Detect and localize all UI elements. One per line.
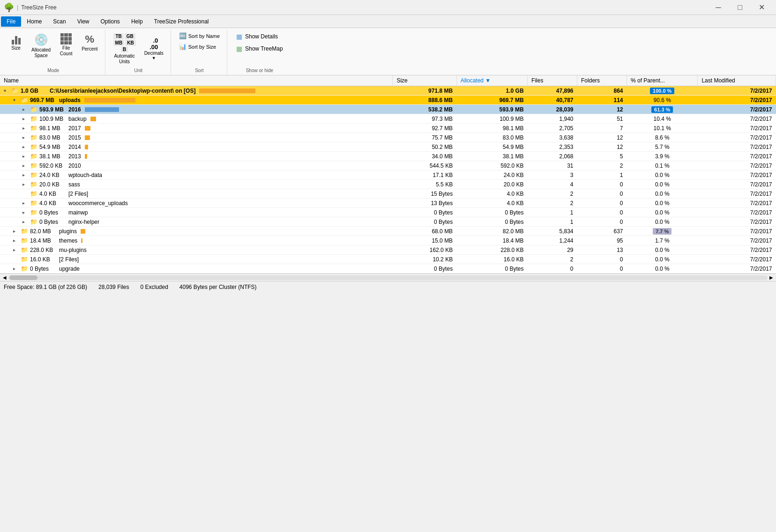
expand-button[interactable]: ▸ (22, 107, 29, 112)
expand-button[interactable]: ▸ (22, 126, 29, 131)
menu-help[interactable]: Help (126, 16, 149, 27)
cell-allocated: 228.0 KB (456, 245, 527, 255)
table-row[interactable]: ▸ 📁 24.0 KB wptouch-data 17.1 KB24.0 KB3… (0, 170, 776, 180)
table-row[interactable]: ▸ 📁 228.0 KB mu-plugins 162.0 KB228.0 KB… (0, 245, 776, 255)
table-row[interactable]: ▸ 📁 18.4 MB themes 15.0 MB18.4 MB1,24495… (0, 236, 776, 245)
col-header-allocated[interactable]: Allocated ▼ (456, 75, 527, 86)
expand-button[interactable]: ▸ (13, 266, 20, 271)
sort-by-name-button[interactable]: 🔤 Sort by Name (176, 31, 223, 41)
cell-size: 10.2 KB (393, 255, 456, 264)
col-header-name[interactable]: Name (0, 75, 393, 86)
menu-scan[interactable]: Scan (47, 16, 71, 27)
table-row[interactable]: ▸ 📁 4.0 KB woocommerce_uploads 13 Bytes4… (0, 199, 776, 208)
size-bar (199, 89, 255, 93)
expand-button[interactable]: ▾ (13, 97, 20, 103)
cell-files: 31 (528, 161, 577, 170)
table-row[interactable]: ▸ 📁 20.0 KB sass 5.5 KB20.0 KB400.0 %7/2… (0, 180, 776, 189)
size-bar (85, 135, 90, 140)
automatic-units-button[interactable]: TB GB MB KB B AutomaticUnits (110, 31, 139, 67)
table-row[interactable]: ▸ 📁 0 Bytes mainwp 0 Bytes0 Bytes100.0 %… (0, 208, 776, 217)
size-label: 20.0 KB (39, 181, 67, 188)
folder-icon: 📁 (21, 96, 28, 103)
mode-allocated-button[interactable]: 💿 AllocatedSpace (28, 31, 54, 61)
cell-percent: 100.0 % (627, 86, 698, 96)
close-button[interactable]: ✕ (751, 0, 772, 15)
expand-button[interactable]: ▸ (22, 135, 29, 140)
menu-options[interactable]: Options (95, 16, 126, 27)
table-row[interactable]: ▸ 📁 592.0 KB 2010 544.5 KB592.0 KB3120.1… (0, 161, 776, 170)
table-row[interactable]: ▸ 📁 38.1 MB 2013 34.0 MB38.1 MB2,06853.9… (0, 152, 776, 161)
expand-button[interactable]: ▸ (13, 229, 20, 234)
table-row[interactable]: 📁 4.0 KB [2 Files] 15 Bytes4.0 KB200.0 %… (0, 189, 776, 199)
sort-by-size-button[interactable]: 📊 Sort by Size (176, 42, 223, 52)
cell-allocated: 0 Bytes (456, 217, 527, 227)
menu-file[interactable]: File (1, 16, 21, 27)
scrollbar-track[interactable] (8, 275, 768, 280)
size-bar (84, 98, 135, 103)
table-row[interactable]: ▸ 📁 100.9 MB backup 97.3 MB100.9 MB1,940… (0, 114, 776, 124)
cell-modified: 7/2/2017 (698, 86, 776, 96)
show-treemap-button[interactable]: ▦ Show TreeMap (232, 43, 287, 54)
scroll-right-button[interactable]: ▶ (768, 275, 775, 280)
cell-files: 2,353 (528, 142, 577, 152)
expand-button[interactable]: ▸ (22, 219, 29, 224)
status-files: 28,039 Files (98, 284, 129, 290)
cell-allocated: 4.0 KB (456, 189, 527, 199)
folder-icon: 📁 (30, 115, 37, 122)
expand-button[interactable]: ▾ (4, 88, 10, 93)
decimals-button[interactable]: .0 .00 Decimals ▼ (141, 35, 167, 63)
mode-size-button[interactable]: Size (6, 31, 26, 53)
scrollbar-thumb[interactable] (9, 275, 37, 280)
col-header-modified[interactable]: Last Modified (698, 75, 776, 86)
maximize-button[interactable]: □ (729, 0, 751, 15)
cell-allocated: 83.0 MB (456, 133, 527, 142)
cell-size: 50.2 MB (393, 142, 456, 152)
mode-percent-button[interactable]: % Percent (78, 31, 101, 54)
table-row[interactable]: ▸ 📁 98.1 MB 2017 92.7 MB98.1 MB2,705710.… (0, 124, 776, 133)
table-row[interactable]: ▾ 📁 969.7 MB uploads 888.6 MB969.7 MB40,… (0, 96, 776, 105)
table-row[interactable]: ▸ 📁 83.0 MB 2015 75.7 MB83.0 MB3,638128.… (0, 133, 776, 142)
minimize-button[interactable]: ─ (708, 0, 729, 15)
menu-treesize-pro[interactable]: TreeSize Professional (149, 16, 215, 27)
name-label: C:\Users\brianleejackson\Desktop\wp-cont… (50, 88, 195, 94)
col-header-folders[interactable]: Folders (577, 75, 627, 86)
expand-button[interactable]: ▸ (13, 238, 20, 243)
name-label: plugins (59, 228, 77, 235)
folder-icon: 📁 (30, 143, 37, 150)
col-header-files[interactable]: Files (528, 75, 577, 86)
expand-button[interactable]: ▸ (22, 182, 29, 187)
mode-filecount-button[interactable]: FileCount (56, 31, 76, 59)
expand-button[interactable]: ▸ (22, 210, 29, 215)
pct-value: 1.7 % (655, 237, 670, 244)
table-row[interactable]: ▾ 📁 1.0 GB C:\Users\brianleejackson\Desk… (0, 86, 776, 96)
cell-name: ▸ 📁 593.9 MB 2016 (0, 105, 393, 114)
table-row[interactable]: ▸ 📁 54.9 MB 2014 50.2 MB54.9 MB2,353125.… (0, 142, 776, 152)
show-details-button[interactable]: ▦ Show Details (232, 31, 287, 42)
col-header-size[interactable]: Size (393, 75, 456, 86)
size-label: 82.0 MB (30, 228, 58, 235)
expand-button[interactable]: ▸ (22, 172, 29, 177)
cell-percent: 0.0 % (627, 180, 698, 189)
table-row[interactable]: ▸ 📁 593.9 MB 2016 538.2 MB593.9 MB28,039… (0, 105, 776, 114)
expand-button[interactable]: ▸ (22, 116, 29, 121)
expand-button[interactable]: ▸ (22, 200, 29, 206)
cell-size: 68.0 MB (393, 227, 456, 236)
menu-home[interactable]: Home (21, 16, 47, 27)
expand-button[interactable]: ▸ (22, 154, 29, 159)
scroll-left-button[interactable]: ◀ (1, 275, 8, 280)
menu-view[interactable]: View (72, 16, 95, 27)
table-row[interactable]: ▸ 📁 0 Bytes nginx-helper 0 Bytes0 Bytes1… (0, 217, 776, 227)
horizontal-scrollbar[interactable]: ◀ ▶ (0, 273, 776, 281)
expand-button[interactable]: ▸ (22, 163, 29, 168)
table-row[interactable]: ▸ 📁 0 Bytes upgrade 0 Bytes0 Bytes000.0 … (0, 264, 776, 273)
pct-badge: 100.0 % (650, 88, 674, 94)
col-header-percent[interactable]: % of Parent... (627, 75, 698, 86)
table-row[interactable]: 📁 16.0 KB [2 Files] 10.2 KB16.0 KB200.0 … (0, 255, 776, 264)
table-row[interactable]: ▸ 📁 82.0 MB plugins 68.0 MB82.0 MB5,8346… (0, 227, 776, 236)
folder-icon: 📁 (21, 256, 28, 263)
unit-display: TB GB MB KB B (113, 33, 136, 52)
cell-percent: 90.6 % (627, 96, 698, 105)
expand-button[interactable]: ▸ (13, 247, 20, 252)
title-bar-separator: | (17, 4, 18, 11)
expand-button[interactable]: ▸ (22, 144, 29, 149)
